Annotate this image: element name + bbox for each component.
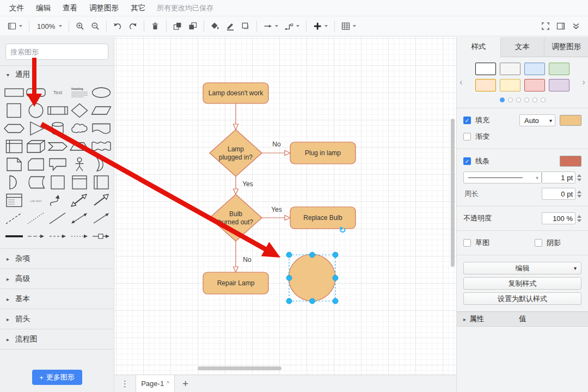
shape-internal-storage[interactable] xyxy=(3,137,25,155)
style-preset-4[interactable] xyxy=(475,79,496,91)
shape-actor[interactable] xyxy=(69,155,90,173)
shape-cube[interactable] xyxy=(25,137,47,155)
shape-circle[interactable] xyxy=(25,101,47,119)
shape-ellipse[interactable] xyxy=(90,83,112,101)
menu-file[interactable]: 文件 xyxy=(3,3,30,13)
preset-page-dot-5[interactable] xyxy=(541,97,546,102)
shape-list[interactable] xyxy=(3,191,25,209)
node-lamp-plugged-in[interactable]: Lampplugged in? xyxy=(210,130,262,176)
selection-handle[interactable] xyxy=(333,252,338,258)
tab-arrange[interactable]: 调整图形 xyxy=(544,37,588,57)
shape-bold-line[interactable] xyxy=(3,227,25,245)
section-arrows[interactable]: ▸箭头 xyxy=(0,309,114,329)
shape-square[interactable] xyxy=(3,101,25,119)
style-preset-5[interactable] xyxy=(500,79,520,91)
rotate-handle-icon[interactable]: ↻ xyxy=(339,225,346,235)
stepper-up-icon[interactable] xyxy=(577,191,581,193)
shape-list-item[interactable]: List Item xyxy=(25,191,47,209)
shape-callout[interactable] xyxy=(47,155,69,173)
shape-cloud[interactable] xyxy=(69,119,90,137)
shape-note[interactable] xyxy=(3,155,25,173)
shape-labeled-arrow[interactable] xyxy=(90,227,112,245)
fill-mode-select[interactable]: Auto ▾ xyxy=(519,114,555,126)
shape-and[interactable] xyxy=(3,173,25,191)
fill-color-chip[interactable] xyxy=(560,115,581,126)
selection-handle[interactable] xyxy=(310,298,315,304)
toolbar-to-front-button[interactable] xyxy=(170,19,185,33)
style-preset-2[interactable] xyxy=(524,63,545,75)
shape-document[interactable] xyxy=(90,119,112,137)
shape-curve[interactable] xyxy=(47,191,69,209)
toolbar-shadow-button[interactable] xyxy=(238,19,253,33)
shape-horizontal-container[interactable] xyxy=(90,173,112,191)
shape-dotted-line[interactable] xyxy=(25,209,47,227)
style-preset-1[interactable] xyxy=(500,63,520,75)
shape-rectangle[interactable] xyxy=(3,83,25,101)
shape-heading[interactable]: Heading xyxy=(69,83,90,101)
edge-d2-yes[interactable]: Yes xyxy=(262,206,290,220)
toolbar-waypoints-button[interactable] xyxy=(282,19,302,33)
shape-step[interactable] xyxy=(47,137,69,155)
toolbar-undo-button[interactable] xyxy=(111,19,125,33)
perimeter-stepper[interactable] xyxy=(577,191,581,198)
preset-page-dot-3[interactable] xyxy=(524,97,529,102)
section-advanced[interactable]: ▸高级 xyxy=(0,268,114,289)
style-preset-0[interactable] xyxy=(475,63,496,75)
preset-page-dot-4[interactable] xyxy=(532,97,537,102)
stepper-up-icon[interactable] xyxy=(577,215,581,218)
line-width-stepper[interactable] xyxy=(577,174,581,181)
preset-page-dot-1[interactable] xyxy=(508,97,513,102)
toolbar-connection-button[interactable] xyxy=(261,19,281,33)
fill-checkbox[interactable]: ✓ xyxy=(463,117,471,124)
edge-start-to-d1[interactable] xyxy=(234,103,238,130)
gradient-checkbox[interactable] xyxy=(463,133,471,140)
toolbar-format-panel-button[interactable] xyxy=(554,19,568,33)
toolbar-redo-button[interactable] xyxy=(126,19,140,33)
sketch-checkbox[interactable] xyxy=(463,239,471,247)
shape-cylinder[interactable] xyxy=(47,119,69,137)
preset-page-dot-0[interactable] xyxy=(500,97,505,102)
shape-hexagon[interactable] xyxy=(3,119,25,137)
shape-data-storage[interactable] xyxy=(25,173,47,191)
node-lamp-doesnt-work[interactable]: Lamp doesn't work xyxy=(203,83,268,103)
section-misc[interactable]: ▸杂项 xyxy=(0,248,114,268)
page-tab[interactable]: Page-1 ^ xyxy=(136,375,175,392)
selection-handle[interactable] xyxy=(333,275,338,281)
shape-container[interactable] xyxy=(47,173,69,191)
section-flowchart[interactable]: ▸流程图 xyxy=(0,329,114,349)
tab-text[interactable]: 文本 xyxy=(500,37,544,57)
selection-handle[interactable] xyxy=(286,275,292,281)
line-width-input[interactable]: 1 pt xyxy=(542,171,575,183)
menu-arrange[interactable]: 调整图形 xyxy=(83,3,125,13)
style-preset-6[interactable] xyxy=(524,79,545,91)
shape-line[interactable] xyxy=(47,209,69,227)
search-input[interactable] xyxy=(10,48,106,56)
toolbar-zoom-in-button[interactable] xyxy=(73,19,87,33)
drawing-canvas[interactable]: NoYesYesNoLamp doesn't workLampplugged i… xyxy=(114,37,456,375)
style-preset-3[interactable] xyxy=(549,63,569,75)
presets-prev-button[interactable]: ‹ xyxy=(460,77,463,88)
more-shapes-button[interactable]: + 更多图形 xyxy=(32,370,82,385)
shape-tape[interactable] xyxy=(90,137,112,155)
opacity-stepper[interactable] xyxy=(577,215,581,222)
line-checkbox[interactable]: ✓ xyxy=(463,157,471,165)
add-page-button[interactable]: + xyxy=(182,378,188,389)
shape-dashed-arrow[interactable] xyxy=(47,227,69,245)
shape-vertical-container[interactable] xyxy=(69,173,90,191)
section-general[interactable]: ▾ 通用 xyxy=(0,66,114,83)
stepper-down-icon[interactable] xyxy=(577,219,581,222)
section-basic[interactable]: ▸基本 xyxy=(0,289,114,309)
shape-or[interactable] xyxy=(90,155,112,173)
presets-next-button[interactable]: › xyxy=(582,77,585,88)
toolbar-to-back-button[interactable] xyxy=(186,19,200,33)
toolbar-view-layout-button[interactable] xyxy=(5,19,25,33)
menu-extras[interactable]: 其它 xyxy=(125,3,151,13)
set-default-style-button[interactable]: 设置为默认样式 xyxy=(463,292,581,305)
style-preset-7[interactable] xyxy=(549,79,569,91)
shape-diamond[interactable] xyxy=(69,101,90,119)
shape-dashed-arrow-2[interactable] xyxy=(69,227,90,245)
stepper-down-icon[interactable] xyxy=(577,195,581,198)
toolbar-zoom-out-button[interactable] xyxy=(88,19,102,33)
line-color-chip[interactable] xyxy=(560,156,581,167)
toolbar-delete-button[interactable] xyxy=(148,19,162,33)
